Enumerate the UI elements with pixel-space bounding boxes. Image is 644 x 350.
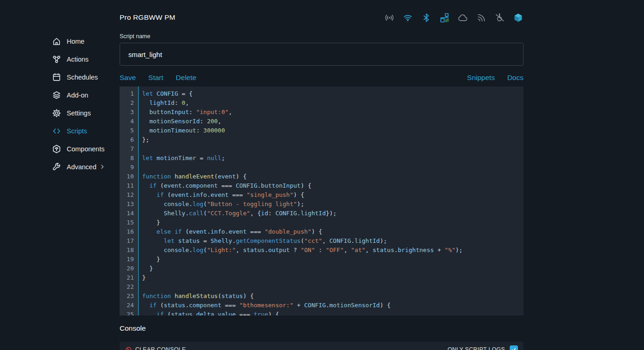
components-icon — [52, 144, 62, 154]
code-line-text: Shelly.call("CCT.Toggle", {id: CONFIG.li… — [139, 209, 337, 218]
line-number: 8 — [120, 154, 139, 163]
line-number: 2 — [120, 98, 139, 108]
layers-icon — [52, 90, 62, 100]
code-line-10: 10function handleEvent(event) { — [120, 172, 523, 181]
line-number: 9 — [120, 163, 139, 172]
code-editor[interactable]: 1let CONFIG = {2 lightId: 0,3 buttonInpu… — [120, 86, 523, 316]
ap-icon — [384, 12, 395, 23]
line-number: 1 — [120, 89, 139, 98]
code-line-text: lightId: 0, — [139, 98, 189, 108]
home-icon — [52, 36, 62, 46]
line-number: 6 — [120, 135, 139, 144]
code-line-11: 11 if (event.component === CONFIG.button… — [120, 181, 523, 190]
code-line-text: motionTimeout: 300000 — [139, 126, 225, 135]
code-line-text: console.log("Light:", status.output ? "O… — [139, 246, 463, 255]
doc-links: SnippetsDocs — [454, 74, 523, 82]
sidebar-item-home[interactable]: Home — [0, 32, 110, 50]
code-line-23: 23function handleStatus(status) { — [120, 292, 523, 301]
code-line-21: 21} — [120, 273, 523, 282]
line-number: 11 — [120, 181, 139, 190]
code-line-text: } — [139, 264, 153, 273]
clear-console-label: CLEAR CONSOLE — [135, 346, 186, 350]
only-script-logs-checkbox[interactable] — [510, 345, 518, 350]
sidebar-item-label: Schedules — [67, 74, 98, 81]
line-number: 22 — [120, 282, 139, 292]
code-line-text: if (event.info.event === "single_push") … — [139, 190, 304, 200]
code-line-text: let status = Shelly.getComponentStatus("… — [139, 236, 387, 246]
code-line-20: 20 } — [120, 264, 523, 273]
sidebar-item-label: Add-on — [67, 92, 88, 99]
clear-console-button[interactable]: CLEAR CONSOLE — [125, 346, 186, 350]
code-line-4: 4 motionSensorId: 200, — [120, 117, 523, 126]
docs-link[interactable]: Docs — [507, 74, 523, 82]
code-line-text: } — [139, 218, 160, 227]
code-line-17: 17 let status = Shelly.getComponentStatu… — [120, 236, 523, 246]
code-line-text: buttonInput: "input:0", — [139, 108, 232, 117]
sidebar-item-schedules[interactable]: Schedules — [0, 68, 110, 86]
code-line-2: 2 lightId: 0, — [120, 98, 523, 108]
code-line-text: if (status.component === "bthomesensor:"… — [139, 301, 391, 310]
code-line-6: 6}; — [120, 135, 523, 144]
line-number: 3 — [120, 108, 139, 117]
script-name-label: Script name — [120, 33, 523, 40]
code-line-18: 18 console.log("Light:", status.output ?… — [120, 246, 523, 255]
wrench-icon — [52, 162, 62, 172]
code-line-13: 13 console.log("Button - toggling light"… — [120, 200, 523, 209]
line-number: 14 — [120, 209, 139, 218]
line-number: 5 — [120, 126, 139, 135]
code-line-22: 22 — [120, 282, 523, 292]
snippets-link[interactable]: Snippets — [467, 74, 494, 82]
sidebar-item-add-on[interactable]: Add-on — [0, 86, 110, 104]
sidebar-item-scripts[interactable]: Scripts — [0, 122, 110, 140]
chevron-right-icon — [99, 163, 106, 170]
code-line-3: 3 buttonInput: "input:0", — [120, 108, 523, 117]
check-icon — [511, 347, 517, 350]
line-number: 4 — [120, 117, 139, 126]
code-line-8: 8let motionTimer = null; — [120, 154, 523, 163]
console-title: Console — [120, 324, 523, 333]
console-toolbar: CLEAR CONSOLE ONLY SCRIPT LOGS — [120, 342, 523, 350]
code-line-7: 7 — [120, 144, 523, 154]
code-line-5: 5 motionTimeout: 300000 — [120, 126, 523, 135]
code-line-text: let CONFIG = { — [139, 89, 193, 98]
save-button[interactable]: Save — [120, 74, 136, 82]
line-number: 25 — [120, 310, 139, 316]
only-script-logs-toggle: ONLY SCRIPT LOGS — [448, 345, 518, 350]
code-line-text: } — [139, 273, 146, 282]
actions-icon — [52, 54, 62, 64]
device-title: Pro RGBWW PM — [120, 13, 175, 22]
line-number: 16 — [120, 227, 139, 236]
app-root: HomeActionsSchedulesAdd-onSettingsScript… — [0, 0, 644, 350]
code-line-text: else if (event.info.event === "double_pu… — [139, 227, 322, 236]
sidebar-item-label: Actions — [67, 56, 89, 63]
sidebar-item-settings[interactable]: Settings — [0, 104, 110, 122]
sidebar-item-label: Settings — [67, 109, 91, 117]
sidebar-item-label: Components — [67, 145, 104, 153]
status-icon-row — [384, 12, 523, 23]
code-line-text: let motionTimer = null; — [139, 154, 225, 163]
sidebar-item-label: Home — [67, 38, 85, 45]
topbar: Pro RGBWW PM — [120, 0, 523, 26]
sidebar: HomeActionsSchedulesAdd-onSettingsScript… — [0, 0, 110, 350]
sidebar-item-actions[interactable]: Actions — [0, 50, 110, 68]
code-line-25: 25 if (status.delta.value === true) { — [120, 310, 523, 316]
delete-button[interactable]: Delete — [176, 74, 196, 82]
script-action-row: SaveStartDelete SnippetsDocs — [120, 72, 523, 84]
code-line-text: function handleEvent(event) { — [139, 172, 247, 181]
sidebar-item-advanced[interactable]: Advanced — [0, 158, 110, 176]
sidebar-item-label: Advanced — [67, 163, 97, 171]
clear-console-icon — [125, 346, 132, 350]
script-name-input[interactable] — [120, 43, 523, 66]
line-number: 21 — [120, 273, 139, 282]
code-line-1: 1let CONFIG = { — [120, 89, 523, 98]
device-cube-icon — [513, 12, 523, 23]
code-line-text: console.log("Button - toggling light"); — [139, 200, 304, 209]
line-number: 15 — [120, 218, 139, 227]
sidebar-item-components[interactable]: Components — [0, 140, 110, 158]
code-line-text: function handleStatus(status) { — [139, 292, 254, 301]
bluetooth-icon — [421, 12, 431, 23]
line-number: 13 — [120, 200, 139, 209]
code-line-14: 14 Shelly.call("CCT.Toggle", {id: CONFIG… — [120, 209, 523, 218]
start-button[interactable]: Start — [148, 74, 163, 82]
code-line-text: motionSensorId: 200, — [139, 117, 221, 126]
